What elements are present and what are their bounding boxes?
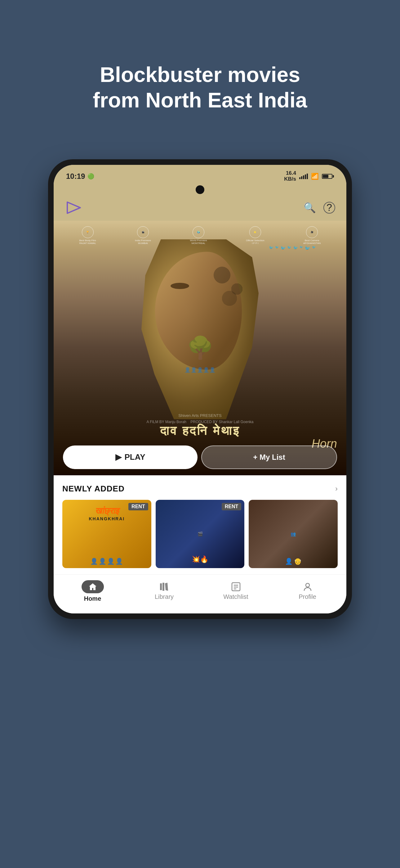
library-label: Library xyxy=(155,593,174,600)
production-credits: Shiven Arts PRESENTS xyxy=(54,413,346,418)
chevron-right-icon[interactable]: › xyxy=(335,484,338,493)
award-5: 🎥 Best CameraAFGHANISTAN xyxy=(303,226,321,245)
network-speed: 16.4 KB/s xyxy=(284,170,296,182)
award-3: 🌍 World PremiereMONTREAL xyxy=(190,226,207,245)
inner-tree: 🌳 xyxy=(187,335,214,361)
award-2: 🎬 India PremiereMUMBAI xyxy=(135,226,151,245)
phone-container: 10:19 🟢 16.4 KB/s 📶 xyxy=(48,159,352,619)
section-header: NEWLY ADDED › xyxy=(62,484,338,494)
svg-marker-0 xyxy=(67,202,80,213)
hero-title: Blockbuster movies from North East India xyxy=(68,31,332,137)
search-icon[interactable]: 🔍 xyxy=(304,202,316,214)
phone-screen: 10:19 🟢 16.4 KB/s 📶 xyxy=(54,165,346,613)
hero-text-area: Blockbuster movies from North East India xyxy=(43,0,357,159)
profile-label: Profile xyxy=(299,593,316,600)
home-label: Home xyxy=(84,595,101,602)
movies-row: RENT खांछ्राइ KHANGKHRAI 👤👤👤👤 RENT 🎬 💥🔥 xyxy=(62,500,338,568)
face-profile: 🌳 👤👤👤👤👤 xyxy=(146,246,254,416)
crowd-silhouettes: 👤👤👤👤👤 xyxy=(146,367,254,373)
notch-area xyxy=(54,185,346,196)
app-logo[interactable] xyxy=(65,201,82,215)
wifi-icon: 📶 xyxy=(311,173,319,180)
movie-title: दाव हदनि मेथाइ xyxy=(54,424,346,438)
svg-marker-4 xyxy=(165,583,168,591)
watchlist-icon xyxy=(231,582,241,591)
mylist-label: + My List xyxy=(253,453,285,462)
notification-icon: 🟢 xyxy=(88,173,94,180)
nav-item-home[interactable]: Home xyxy=(74,580,111,602)
battery-icon xyxy=(322,174,334,179)
watchlist-label: Watchlist xyxy=(223,593,248,600)
home-icon-bg xyxy=(81,580,104,593)
nav-item-library[interactable]: Library xyxy=(146,582,183,600)
svg-point-9 xyxy=(306,583,309,587)
status-bar: 10:19 🟢 16.4 KB/s 📶 xyxy=(54,165,346,185)
movie-thumb-2[interactable]: RENT 🎬 💥🔥 xyxy=(156,500,245,568)
movie-poster: 🏆 Best Body FilmRAJAT KAMAL 🎬 India Prem… xyxy=(54,221,346,475)
svg-rect-2 xyxy=(160,583,162,590)
newly-added-section: NEWLY ADDED › RENT खांछ्राइ KHANGKHRAI 👤… xyxy=(54,475,346,574)
section-title: NEWLY ADDED xyxy=(62,484,125,494)
bottom-nav: Home Library Watchlist xyxy=(54,574,346,614)
nav-item-profile[interactable]: Profile xyxy=(289,582,326,600)
home-icon xyxy=(88,583,97,591)
khangkhrai-subtitle: KHANGKHRAI xyxy=(62,516,151,521)
action-buttons: ▶ PLAY + My List xyxy=(54,445,346,469)
svg-rect-3 xyxy=(163,583,164,591)
header-icons: 🔍 ? xyxy=(304,202,335,214)
mylist-button[interactable]: + My List xyxy=(201,445,337,469)
birds-area: 🐦 🐦 🐦 🐦 🐦 🐦 🐦 🐦 xyxy=(269,246,331,251)
director-credit: A FILM BY Manju Borah PRODUCED BY Shanka… xyxy=(54,420,346,424)
play-label: PLAY xyxy=(125,452,145,462)
camera-notch xyxy=(196,185,204,194)
play-triangle-icon: ▶ xyxy=(115,452,122,462)
app-header: 🔍 ? xyxy=(54,196,346,221)
awards-row: 🏆 Best Body FilmRAJAT KAMAL 🎬 India Prem… xyxy=(54,226,346,245)
help-icon[interactable]: ? xyxy=(324,202,335,214)
award-1: 🏆 Best Body FilmRAJAT KAMAL xyxy=(79,226,96,245)
hero-title-line2: from North East India xyxy=(93,88,307,112)
rent-badge-2: RENT xyxy=(222,503,241,510)
hero-title-line1: Blockbuster movies xyxy=(100,63,300,86)
library-icon xyxy=(159,582,169,591)
logo-icon xyxy=(65,201,82,215)
award-4: ⭐ Official SelectionI F F I xyxy=(246,226,264,245)
play-button[interactable]: ▶ PLAY xyxy=(63,445,198,469)
time-display: 10:19 xyxy=(66,172,85,181)
movie-thumb-3[interactable]: 👥 👤👴 xyxy=(249,500,338,568)
rent-badge-1: RENT xyxy=(128,503,148,510)
nav-item-watchlist[interactable]: Watchlist xyxy=(218,582,255,600)
signal-bars-icon xyxy=(299,174,308,179)
profile-icon xyxy=(303,582,312,591)
movie-thumb-1[interactable]: RENT खांछ्राइ KHANGKHRAI 👤👤👤👤 xyxy=(62,500,151,568)
